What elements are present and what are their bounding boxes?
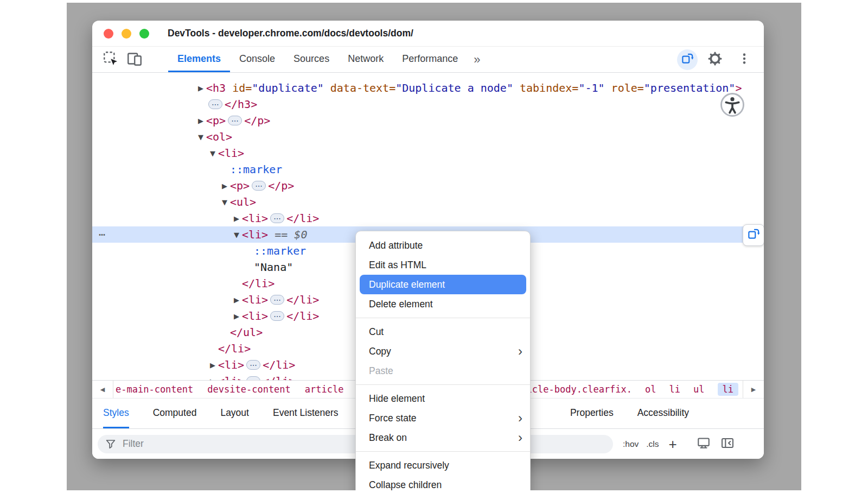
dom-tree-row[interactable]: ▶<li>⋯</li>	[92, 210, 764, 226]
menu-item-break-on[interactable]: Break on›	[356, 428, 530, 447]
menu-item-add-attribute[interactable]: Add attribute	[356, 236, 530, 255]
inline-expand-button[interactable]: ⋯	[246, 360, 260, 370]
dom-tree-row[interactable]: ▼<ul>	[92, 194, 764, 210]
expand-arrow-icon[interactable]: ▶	[219, 178, 230, 194]
tab-console[interactable]: Console	[230, 47, 284, 72]
menu-item-hide-element[interactable]: Hide element	[356, 389, 530, 408]
device-toolbar-icon	[126, 50, 143, 69]
collapse-arrow-icon[interactable]: ▼	[207, 146, 218, 162]
dom-tree-row[interactable]: ▶<p>⋯</p>	[92, 178, 764, 194]
breadcrumb-item-e-main-content[interactable]: e-main-content	[116, 384, 193, 395]
inline-expand-button[interactable]: ⋯	[208, 99, 222, 109]
inline-expand-button[interactable]: ⋯	[228, 116, 242, 125]
overflow-menu-button[interactable]	[732, 52, 756, 68]
code-token: "Nana"	[254, 261, 293, 274]
submenu-chevron-icon: ›	[518, 428, 522, 447]
zoom-button[interactable]	[139, 29, 149, 39]
expand-arrow-icon[interactable]: ▶	[195, 113, 206, 129]
menu-item-copy[interactable]: Copy›	[356, 342, 530, 361]
tab-performance[interactable]: Performance	[393, 47, 467, 72]
menu-item-label: Cut	[369, 326, 384, 337]
row-overflow-dots: ⋯	[99, 226, 105, 243]
expand-arrow-icon[interactable]: ▶	[195, 80, 206, 97]
inspect-cursor-icon	[103, 50, 119, 69]
menu-item-paste: Paste	[356, 361, 530, 381]
code-token: </li>	[286, 212, 319, 225]
menu-item-delete-element[interactable]: Delete element	[356, 294, 530, 314]
inline-expand-button[interactable]: ⋯	[252, 181, 266, 191]
expand-arrow-icon[interactable]: ▶	[231, 308, 242, 325]
breadcrumb-item-article[interactable]: article	[305, 384, 344, 395]
toggle-element-state-button[interactable]: :hov	[623, 439, 639, 449]
code-token: </li>	[218, 342, 251, 355]
dom-tree-row[interactable]: ▼<li>	[92, 145, 764, 161]
breadcrumb-item-ol[interactable]: ol	[645, 384, 656, 395]
breadcrumbs-right: rticle-body.clearfix.olliulli	[515, 383, 743, 396]
titlebar: DevTools - developer.chrome.com/docs/dev…	[92, 21, 764, 47]
expand-arrow-icon[interactable]: ▶	[231, 292, 242, 308]
tab-accessibility[interactable]: Accessibility	[637, 399, 689, 428]
code-token: "-1"	[578, 81, 604, 94]
breadcrumb-item-li[interactable]: li	[718, 383, 738, 396]
inline-expand-button[interactable]: ⋯	[246, 376, 260, 380]
square-arrow-icon	[746, 227, 761, 243]
collapse-arrow-icon[interactable]: ▼	[195, 129, 206, 146]
dock-side-button[interactable]	[720, 436, 735, 452]
new-style-rule-button[interactable]: +	[669, 437, 677, 451]
tab-properties[interactable]: Properties	[570, 399, 614, 428]
menu-item-label: Force state	[369, 413, 417, 424]
inline-expand-button[interactable]: ⋯	[270, 213, 284, 223]
tab-event-listeners[interactable]: Event Listeners	[273, 399, 339, 428]
breadcrumb-scroll-right-button[interactable]: ▶	[743, 381, 764, 398]
menu-item-edit-as-html[interactable]: Edit as HTML	[356, 255, 530, 275]
more-panels-button[interactable]: »	[467, 47, 487, 72]
dom-tree-row[interactable]: ⋯</h3>	[92, 96, 764, 112]
expand-arrow-icon[interactable]: ▶	[231, 211, 242, 227]
tab-styles[interactable]: Styles	[103, 399, 129, 428]
tab-layout[interactable]: Layout	[220, 399, 249, 428]
code-token: </h3>	[225, 98, 257, 111]
dom-tree-row[interactable]: ▶<p>⋯</p>	[92, 112, 764, 129]
breadcrumb-item-devsite-content[interactable]: devsite-content	[207, 384, 291, 395]
inline-expand-button[interactable]: ⋯	[270, 295, 284, 305]
expand-arrow-icon[interactable]: ▶	[207, 357, 218, 374]
breadcrumb-item-ul[interactable]: ul	[693, 384, 704, 395]
screen-emulation-button[interactable]	[697, 436, 711, 452]
code-token: id=	[226, 81, 252, 94]
tab-network[interactable]: Network	[339, 47, 393, 72]
close-button[interactable]	[104, 29, 113, 39]
minimize-button[interactable]	[122, 29, 131, 39]
code-token: <li>	[242, 309, 268, 323]
inspect-element-button[interactable]	[99, 47, 123, 72]
menu-item-duplicate-element[interactable]: Duplicate element	[360, 275, 526, 294]
sidebar-tabs-right: PropertiesAccessibility	[570, 399, 764, 428]
sidebar-tabs-left: StylesComputedLayoutEvent Listeners	[92, 399, 339, 428]
breadcrumb-item-li[interactable]: li	[669, 384, 680, 395]
collapse-arrow-icon[interactable]: ▼	[219, 194, 230, 211]
menu-item-force-state[interactable]: Force state›	[356, 408, 530, 428]
settings-button[interactable]	[703, 50, 727, 69]
code-token: <li>	[242, 212, 268, 225]
menu-item-collapse-children[interactable]: Collapse children	[356, 475, 530, 490]
dom-tree-row[interactable]: ▶<h3 id="duplicate" data-text="Duplicate…	[92, 80, 764, 96]
code-token: </li>	[263, 375, 295, 380]
code-token: <li>	[218, 147, 244, 160]
code-token: $0	[294, 228, 307, 241]
tab-computed[interactable]: Computed	[153, 399, 197, 428]
menu-item-expand-recursively[interactable]: Expand recursively	[356, 456, 530, 475]
code-token: ::marker	[254, 244, 306, 257]
node-badge-button[interactable]	[743, 224, 764, 246]
element-classes-button[interactable]: .cls	[646, 439, 659, 449]
menu-item-cut[interactable]: Cut	[356, 322, 530, 342]
breadcrumb-item-rticle-body-clearfix[interactable]: rticle-body.clearfix.	[515, 384, 632, 395]
expand-arrow-icon[interactable]: ▶	[207, 374, 218, 380]
tab-elements[interactable]: Elements	[168, 47, 230, 72]
collapse-arrow-icon[interactable]: ▼	[231, 227, 242, 243]
dom-tree-row[interactable]: ▼<ol>	[92, 129, 764, 145]
square-arrow-button[interactable]	[677, 49, 698, 70]
device-toolbar-button[interactable]	[123, 47, 146, 72]
dom-tree-row[interactable]: ::marker	[92, 161, 764, 178]
tab-sources[interactable]: Sources	[284, 47, 339, 72]
inline-expand-button[interactable]: ⋯	[270, 311, 284, 321]
breadcrumb-scroll-left-button[interactable]: ◀	[92, 381, 113, 398]
